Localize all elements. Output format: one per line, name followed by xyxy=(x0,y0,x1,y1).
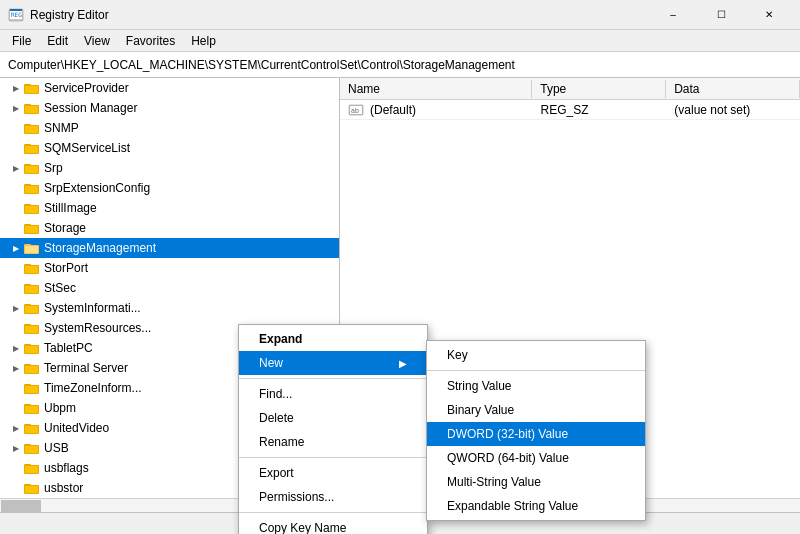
svg-rect-23 xyxy=(24,204,31,206)
tree-item-stsec[interactable]: StSec xyxy=(0,278,339,298)
ctx-delete[interactable]: Delete xyxy=(239,406,427,430)
submenu-dword[interactable]: DWORD (32-bit) Value xyxy=(427,422,645,446)
folder-icon xyxy=(24,161,40,175)
svg-rect-50 xyxy=(24,384,31,386)
close-button[interactable]: ✕ xyxy=(746,0,792,30)
svg-rect-65 xyxy=(24,484,31,486)
tree-item-storagemanagement[interactable]: StorageManagement xyxy=(0,238,339,258)
tree-label: TimeZoneInform... xyxy=(44,381,142,395)
folder-icon xyxy=(24,461,40,475)
ctx-new-label: New xyxy=(259,356,283,370)
minimize-button[interactable]: – xyxy=(650,0,696,30)
folder-icon xyxy=(24,301,40,315)
svg-rect-63 xyxy=(25,466,38,473)
list-row-default[interactable]: ab (Default) REG_SZ (value not set) xyxy=(340,100,800,120)
ctx-export[interactable]: Export xyxy=(239,461,427,485)
tree-item-snmp[interactable]: SNMP xyxy=(0,118,339,138)
submenu-expandable-string[interactable]: Expandable String Value xyxy=(427,494,645,518)
tree-label: TabletPC xyxy=(44,341,93,355)
tree-label: Srp xyxy=(44,161,63,175)
folder-icon xyxy=(24,81,40,95)
tree-item-sqm[interactable]: SQMServiceList xyxy=(0,138,339,158)
ctx-new[interactable]: New ▶ xyxy=(239,351,427,375)
svg-rect-24 xyxy=(25,206,38,213)
tree-arrow xyxy=(8,100,24,116)
svg-rect-8 xyxy=(24,104,31,106)
tree-item-systeminfo[interactable]: SystemInformati... xyxy=(0,298,339,318)
menu-help[interactable]: Help xyxy=(183,32,224,50)
svg-rect-56 xyxy=(24,424,31,426)
tree-item-srpextension[interactable]: SrpExtensionConfig xyxy=(0,178,339,198)
header-type: Type xyxy=(532,80,666,98)
ctx-submenu-arrow: ▶ xyxy=(399,358,407,369)
svg-rect-26 xyxy=(24,224,31,226)
submenu-multi-string[interactable]: Multi-String Value xyxy=(427,470,645,494)
tree-item-storage[interactable]: Storage xyxy=(0,218,339,238)
folder-icon-selected xyxy=(24,241,40,255)
menu-file[interactable]: File xyxy=(4,32,39,50)
svg-rect-15 xyxy=(25,146,38,153)
menu-edit[interactable]: Edit xyxy=(39,32,76,50)
tree-arrow xyxy=(8,420,24,436)
cell-type: REG_SZ xyxy=(533,101,667,119)
submenu-string-value[interactable]: String Value xyxy=(427,374,645,398)
tree-label: StillImage xyxy=(44,201,97,215)
menu-bar: File Edit View Favorites Help xyxy=(0,30,800,52)
tree-label: Storage xyxy=(44,221,86,235)
title-bar-left: REG Registry Editor xyxy=(8,7,109,23)
svg-rect-30 xyxy=(25,246,38,253)
folder-icon xyxy=(24,281,40,295)
default-value-icon: ab xyxy=(348,103,364,117)
svg-rect-9 xyxy=(25,106,38,113)
svg-rect-29 xyxy=(24,244,31,246)
svg-rect-57 xyxy=(25,426,38,433)
svg-rect-66 xyxy=(25,486,38,493)
tree-arrow xyxy=(8,300,24,316)
svg-rect-17 xyxy=(24,164,31,166)
svg-rect-44 xyxy=(24,344,31,346)
svg-rect-53 xyxy=(24,404,31,406)
svg-rect-20 xyxy=(24,184,31,186)
tree-item-serviceprovider[interactable]: ServiceProvider xyxy=(0,78,339,98)
tree-label: usbstor xyxy=(44,481,83,495)
app-icon: REG xyxy=(8,7,24,23)
tree-label: Ubpm xyxy=(44,401,76,415)
menu-view[interactable]: View xyxy=(76,32,118,50)
context-menu: Expand New ▶ Find... Delete Rename Expor… xyxy=(238,324,428,534)
list-header: Name Type Data xyxy=(340,78,800,100)
submenu-key[interactable]: Key xyxy=(427,343,645,367)
tree-item-storport[interactable]: StorPort xyxy=(0,258,339,278)
svg-rect-62 xyxy=(24,464,31,466)
cell-data: (value not set) xyxy=(666,101,800,119)
tree-label: SQMServiceList xyxy=(44,141,130,155)
maximize-button[interactable]: ☐ xyxy=(698,0,744,30)
ctx-permissions[interactable]: Permissions... xyxy=(239,485,427,509)
window-controls[interactable]: – ☐ ✕ xyxy=(650,0,792,30)
tree-label: SystemInformati... xyxy=(44,301,141,315)
folder-icon xyxy=(24,321,40,335)
svg-rect-59 xyxy=(24,444,31,446)
ctx-rename[interactable]: Rename xyxy=(239,430,427,454)
svg-rect-33 xyxy=(25,266,38,273)
folder-icon xyxy=(24,361,40,375)
svg-rect-60 xyxy=(25,446,38,453)
h-scroll-thumb-tree[interactable] xyxy=(1,500,41,512)
tree-label: Session Manager xyxy=(44,101,137,115)
svg-rect-11 xyxy=(24,124,31,126)
svg-rect-38 xyxy=(24,304,31,306)
tree-item-stillimage[interactable]: StillImage xyxy=(0,198,339,218)
folder-icon xyxy=(24,141,40,155)
ctx-find[interactable]: Find... xyxy=(239,382,427,406)
tree-label: USB xyxy=(44,441,69,455)
tree-item-srp[interactable]: Srp xyxy=(0,158,339,178)
ctx-copy-key[interactable]: Copy Key Name xyxy=(239,516,427,534)
submenu-binary-value[interactable]: Binary Value xyxy=(427,398,645,422)
submenu-qword[interactable]: QWORD (64-bit) Value xyxy=(427,446,645,470)
tree-arrow xyxy=(8,240,24,256)
menu-favorites[interactable]: Favorites xyxy=(118,32,183,50)
ctx-expand[interactable]: Expand xyxy=(239,327,427,351)
tree-item-session-manager[interactable]: Session Manager xyxy=(0,98,339,118)
cell-name: ab (Default) xyxy=(340,101,533,119)
ctx-divider-3 xyxy=(239,512,427,513)
header-data: Data xyxy=(666,80,800,98)
